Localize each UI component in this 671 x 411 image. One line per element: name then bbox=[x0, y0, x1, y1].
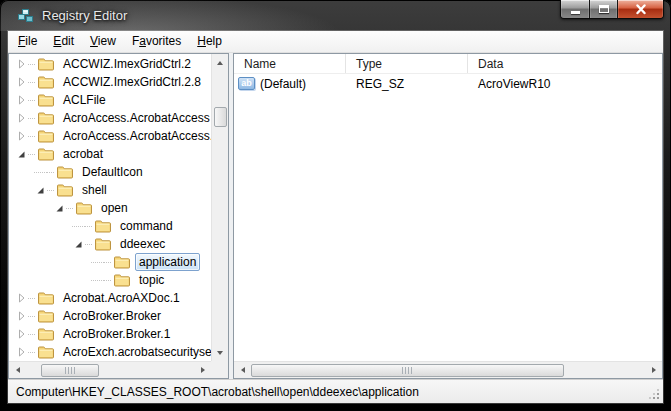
collapse-icon[interactable] bbox=[53, 204, 66, 213]
window-title: Registry Editor bbox=[42, 8, 127, 23]
caption-buttons bbox=[560, 0, 664, 19]
tree-item-acroaccess-acrobataccess[interactable]: AcroAccess.AcrobatAccess bbox=[9, 109, 211, 127]
scroll-right-icon bbox=[201, 367, 208, 373]
scroll-left-icon bbox=[13, 367, 20, 373]
expand-icon[interactable] bbox=[15, 113, 28, 123]
folder-icon bbox=[114, 256, 130, 269]
tree-item-label: ddeexec bbox=[116, 235, 169, 253]
tree-item-ddeexec[interactable]: ddeexec bbox=[9, 235, 211, 253]
expand-icon[interactable] bbox=[15, 59, 28, 69]
tree-item-aclfile[interactable]: ACLFile bbox=[9, 91, 211, 109]
scroll-left-button[interactable] bbox=[234, 362, 251, 379]
tree-item-label: ACLFile bbox=[59, 91, 110, 109]
value-row[interactable]: ab(Default)REG_SZAcroViewR10 bbox=[234, 74, 662, 93]
folder-icon bbox=[38, 112, 54, 125]
tree-item-acrobroker-broker[interactable]: AcroBroker.Broker bbox=[9, 307, 211, 325]
menu-item-file[interactable]: File bbox=[10, 31, 45, 52]
folder-icon bbox=[38, 76, 54, 89]
tree-horizontal-scrollbar[interactable] bbox=[9, 361, 211, 378]
tree-item-label: AcroBroker.Broker.1 bbox=[59, 325, 174, 343]
tree-item-defaulticon[interactable]: DefaultIcon bbox=[9, 163, 211, 181]
title-bar[interactable]: Registry Editor bbox=[0, 0, 671, 31]
registry-editor-window: Registry Editor FileEditViewFavoritesHel… bbox=[0, 0, 671, 411]
tree-vertical-scrollbar[interactable] bbox=[211, 54, 228, 361]
collapse-icon[interactable] bbox=[34, 186, 47, 195]
collapse-icon[interactable] bbox=[72, 240, 85, 249]
tree-item-acrobat-acroaxdoc-1[interactable]: Acrobat.AcroAXDoc.1 bbox=[9, 289, 211, 307]
tree-item-command[interactable]: command bbox=[9, 217, 211, 235]
string-value-icon: ab bbox=[238, 77, 255, 90]
expand-icon[interactable] bbox=[15, 311, 28, 321]
folder-icon bbox=[38, 328, 54, 341]
menu-item-view[interactable]: View bbox=[82, 31, 124, 52]
tree-item-accwiz-imexgridctrl-2-8[interactable]: ACCWIZ.ImexGridCtrl.2.8 bbox=[9, 73, 211, 91]
tree-item-label: AcroAccess.AcrobatAccess.1 bbox=[59, 127, 211, 145]
menu-item-help[interactable]: Help bbox=[189, 31, 230, 52]
values-pane: Name Type Data ab(Default)REG_SZAcroView… bbox=[233, 53, 663, 379]
column-header-data[interactable]: Data bbox=[468, 54, 662, 73]
tree-item-label: DefaultIcon bbox=[78, 163, 147, 181]
tree-item-acroexch-acrobatsecuritysetti[interactable]: AcroExch.acrobatsecuritysetti bbox=[9, 343, 211, 361]
tree-item-label: open bbox=[97, 199, 132, 217]
expand-icon[interactable] bbox=[15, 77, 28, 87]
tree-item-label: ACCWIZ.ImexGridCtrl.2.8 bbox=[59, 73, 205, 91]
maximize-icon bbox=[599, 5, 609, 13]
folder-icon bbox=[38, 346, 54, 359]
folder-icon bbox=[114, 274, 130, 287]
tree-item-acrobat[interactable]: acrobat bbox=[9, 145, 211, 163]
folder-icon bbox=[57, 184, 73, 197]
tree-item-topic[interactable]: topic bbox=[9, 271, 211, 289]
menu-item-favorites[interactable]: Favorites bbox=[124, 31, 189, 52]
maximize-button[interactable] bbox=[590, 0, 618, 18]
close-icon bbox=[635, 4, 647, 15]
scroll-down-icon bbox=[217, 351, 223, 358]
list-horizontal-scrollbar[interactable] bbox=[234, 361, 662, 378]
collapse-icon[interactable] bbox=[15, 150, 28, 159]
expand-icon[interactable] bbox=[15, 347, 28, 357]
column-header-name[interactable]: Name bbox=[234, 54, 346, 73]
folder-icon bbox=[38, 130, 54, 143]
tree-item-label: AcroExch.acrobatsecuritysetti bbox=[59, 343, 211, 361]
list-horizontal-scroll-thumb[interactable] bbox=[251, 364, 564, 377]
scroll-down-button[interactable] bbox=[212, 344, 229, 361]
scroll-right-button[interactable] bbox=[194, 362, 211, 379]
expand-icon[interactable] bbox=[15, 329, 28, 339]
tree-item-label: command bbox=[116, 217, 177, 235]
tree-item-application[interactable]: application bbox=[9, 253, 211, 271]
value-data: AcroViewR10 bbox=[468, 77, 662, 91]
folder-icon bbox=[38, 310, 54, 323]
tree-item-open[interactable]: open bbox=[9, 199, 211, 217]
tree-pane: ACCWIZ.ImexGridCtrl.2ACCWIZ.ImexGridCtrl… bbox=[8, 53, 229, 379]
minimize-button[interactable] bbox=[561, 0, 590, 18]
scroll-right-button[interactable] bbox=[645, 362, 662, 379]
tree-connector bbox=[91, 280, 104, 281]
tree-item-shell[interactable]: shell bbox=[9, 181, 211, 199]
thumb-grip-icon bbox=[65, 367, 76, 374]
tree-horizontal-scroll-thumb[interactable] bbox=[41, 364, 99, 377]
tree-item-acroaccess-acrobataccess-1[interactable]: AcroAccess.AcrobatAccess.1 bbox=[9, 127, 211, 145]
tree-item-label: shell bbox=[78, 181, 111, 199]
expand-icon[interactable] bbox=[15, 293, 28, 303]
tree-item-label: application bbox=[135, 253, 200, 271]
scroll-right-icon bbox=[652, 367, 659, 373]
expand-icon[interactable] bbox=[15, 131, 28, 141]
scroll-up-button[interactable] bbox=[212, 54, 229, 71]
tree-connector bbox=[91, 262, 104, 263]
folder-icon bbox=[57, 166, 73, 179]
folder-icon bbox=[38, 148, 54, 161]
tree-vertical-scroll-thumb[interactable] bbox=[214, 107, 227, 127]
close-button[interactable] bbox=[618, 0, 663, 18]
scroll-left-button[interactable] bbox=[9, 362, 26, 379]
tree-connector bbox=[72, 226, 85, 227]
tree-item-accwiz-imexgridctrl-2[interactable]: ACCWIZ.ImexGridCtrl.2 bbox=[9, 55, 211, 73]
folder-icon bbox=[95, 220, 111, 233]
folder-icon bbox=[95, 238, 111, 251]
scroll-left-icon bbox=[238, 367, 245, 373]
resize-grip[interactable] bbox=[657, 397, 659, 399]
menu-item-edit[interactable]: Edit bbox=[45, 31, 82, 52]
expand-icon[interactable] bbox=[15, 95, 28, 105]
value-type: REG_SZ bbox=[346, 77, 468, 91]
tree-item-label: ACCWIZ.ImexGridCtrl.2 bbox=[59, 55, 195, 73]
tree-item-acrobroker-broker-1[interactable]: AcroBroker.Broker.1 bbox=[9, 325, 211, 343]
column-header-type[interactable]: Type bbox=[346, 54, 468, 73]
